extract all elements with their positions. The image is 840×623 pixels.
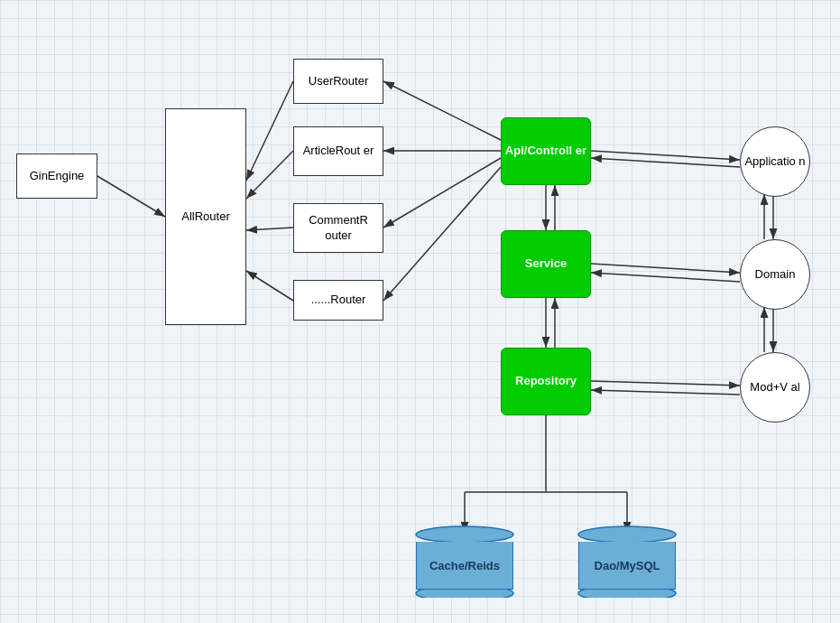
dao-bottom-ellipse <box>577 589 677 598</box>
comment-router-node: CommentR outer <box>293 203 383 253</box>
mod-val-label: Mod+V al <box>750 380 799 395</box>
gin-engine-node: GinEngine <box>16 153 97 199</box>
cache-redis-node: Cache/Reids <box>415 525 514 598</box>
gin-engine-label: GinEngine <box>30 169 85 184</box>
svg-line-20 <box>591 390 740 395</box>
all-router-label: AllRouter <box>181 209 229 225</box>
domain-label: Domain <box>755 267 796 283</box>
svg-point-29 <box>416 526 513 543</box>
service-label: Service <box>525 256 567 272</box>
repository-node: Repository <box>501 348 591 415</box>
svg-point-30 <box>416 589 513 598</box>
svg-line-3 <box>246 81 293 181</box>
svg-line-6 <box>246 271 293 301</box>
svg-line-9 <box>383 158 501 228</box>
dao-mysql-node: Dao/MySQL <box>577 525 677 598</box>
svg-line-11 <box>591 151 740 160</box>
cache-redis-label: Cache/Reids <box>429 559 500 572</box>
mod-val-node: Mod+V al <box>740 352 810 423</box>
application-node: Applicatio n <box>740 126 810 197</box>
svg-line-2 <box>97 176 165 217</box>
application-label: Applicatio n <box>744 154 805 170</box>
all-router-node: AllRouter <box>165 108 246 325</box>
svg-line-7 <box>383 81 501 140</box>
svg-line-4 <box>246 151 293 199</box>
dot-router-label: ......Router <box>311 293 366 308</box>
svg-line-16 <box>591 273 740 282</box>
article-router-node: ArticleRout er <box>293 126 383 176</box>
domain-node: Domain <box>740 239 810 310</box>
cache-top-ellipse <box>415 525 514 543</box>
comment-router-label: CommentR outer <box>294 213 383 244</box>
svg-line-15 <box>591 264 740 273</box>
dao-top-ellipse <box>577 525 677 543</box>
svg-point-32 <box>578 589 676 598</box>
svg-point-31 <box>578 526 676 543</box>
architecture-diagram: GinEngine AllRouter UserRouter ArticleRo… <box>0 0 840 623</box>
api-controller-node: Api/Controll er <box>501 117 591 185</box>
user-router-node: UserRouter <box>293 59 383 104</box>
dao-mysql-label: Dao/MySQL <box>595 559 660 572</box>
article-router-label: ArticleRout er <box>303 144 374 159</box>
cache-bottom-ellipse <box>415 589 514 598</box>
svg-line-5 <box>246 228 293 230</box>
svg-line-12 <box>591 158 740 167</box>
repository-label: Repository <box>515 374 577 389</box>
service-node: Service <box>501 230 591 298</box>
svg-line-19 <box>591 381 740 386</box>
dot-router-node: ......Router <box>293 280 383 321</box>
svg-line-10 <box>383 167 501 301</box>
api-controller-label: Api/Controll er <box>505 144 586 159</box>
user-router-label: UserRouter <box>309 74 368 89</box>
